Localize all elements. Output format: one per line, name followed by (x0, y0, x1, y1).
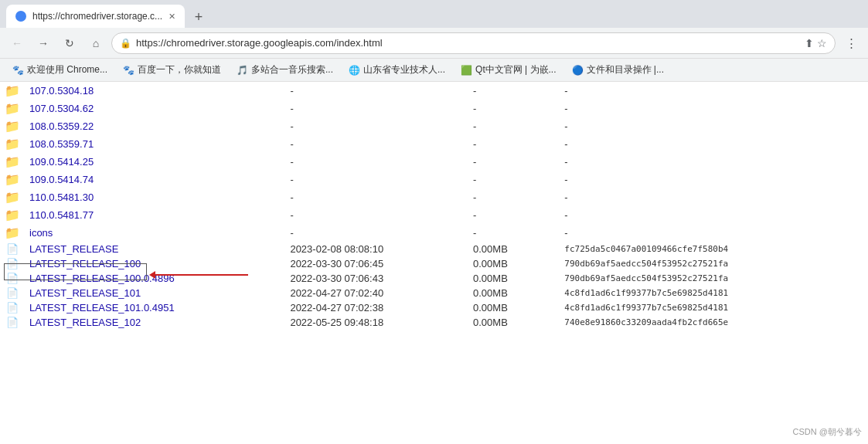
tab-title: https://chromedriver.storage.c... (32, 11, 162, 22)
address-actions: ⬆ ☆ (805, 37, 827, 49)
folder-link[interactable]: 110.0.5481.77 (29, 209, 94, 221)
browser-extra-buttons: ⋮ (840, 32, 862, 54)
dash-cell: - (560, 82, 852, 100)
bookmark-item-qt[interactable]: 🟩 Qt中文官网 | 为嵌... (454, 62, 562, 78)
bookmark-item-shandong[interactable]: 🌐 山东省专业技术人... (342, 62, 451, 78)
empty-cell (853, 171, 868, 188)
home-button[interactable]: ⌂ (85, 32, 107, 54)
dash-cell: - (285, 188, 468, 206)
file-hash-cell: fc725da5c0467a00109466cfe7f580b4 (560, 242, 852, 256)
file-name-cell[interactable]: 110.0.5481.30 (25, 188, 285, 206)
file-name-cell[interactable]: 108.0.5359.71 (25, 135, 285, 153)
folder-link[interactable]: icons (29, 227, 53, 239)
dash-cell: - (560, 135, 852, 153)
table-row: 📁109.0.5414.74--- (0, 171, 868, 188)
bookmark-icon-baidu: 🐾 (123, 65, 134, 76)
file-link[interactable]: LATEST_RELEASE_100 (29, 258, 141, 269)
file-link[interactable]: LATEST_RELEASE_101.0.4951 (29, 302, 175, 314)
folder-link[interactable]: 109.0.5414.74 (29, 174, 94, 185)
table-row: 📁108.0.5359.71--- (0, 135, 868, 153)
folder-link[interactable]: 110.0.5481.30 (29, 191, 94, 203)
bookmark-item-chrome[interactable]: 🐾 欢迎使用 Chrome... (6, 62, 114, 78)
bookmark-item-music[interactable]: 🎵 多站合一音乐搜索... (230, 62, 339, 78)
table-row: 📄LATEST_RELEASE_100.0.48962022-03-30 07:… (0, 271, 868, 286)
file-date-cell: 2022-04-27 07:02:40 (285, 286, 468, 300)
dash-cell: - (560, 117, 852, 135)
dash-cell: - (285, 100, 468, 117)
tab-close-button[interactable]: ✕ (168, 12, 175, 22)
file-name-cell[interactable]: LATEST_RELEASE_100.0.4896 (25, 271, 285, 286)
file-name-cell[interactable]: 107.0.5304.62 (25, 100, 285, 117)
file-date-cell: 2022-04-27 07:02:38 (285, 300, 468, 315)
dash-cell: - (468, 117, 560, 135)
table-row: 📁109.0.5414.25--- (0, 153, 868, 171)
new-tab-button[interactable]: + (188, 6, 209, 28)
file-icon: 📄 (0, 300, 25, 315)
forward-button[interactable]: → (32, 32, 54, 54)
file-name-cell[interactable]: LATEST_RELEASE_101.0.4951 (25, 300, 285, 315)
file-table: 📁107.0.5304.18---📁107.0.5304.62---📁108.0… (0, 82, 868, 330)
bookmark-item-file[interactable]: 🔵 文件和目录操作 |... (566, 62, 670, 78)
file-name-cell[interactable]: 108.0.5359.22 (25, 117, 285, 135)
file-name-cell[interactable]: LATEST_RELEASE_100 (25, 256, 285, 271)
empty-cell (853, 117, 868, 135)
bookmark-star-icon[interactable]: ☆ (817, 37, 827, 49)
file-link[interactable]: LATEST_RELEASE_102 (29, 317, 141, 328)
dash-cell: - (468, 224, 560, 242)
back-button[interactable]: ← (6, 32, 28, 54)
dash-cell: - (468, 82, 560, 100)
reload-button[interactable]: ↻ (59, 32, 80, 54)
file-name-cell[interactable]: 109.0.5414.25 (25, 153, 285, 171)
dash-cell: - (468, 188, 560, 206)
lock-icon: 🔒 (120, 38, 131, 49)
bookmark-label-qt: Qt中文官网 | 为嵌... (475, 63, 556, 76)
dash-cell: - (560, 224, 852, 242)
folder-link[interactable]: 107.0.5304.62 (29, 103, 94, 114)
file-name-cell[interactable]: LATEST_RELEASE_102 (25, 315, 285, 330)
address-box[interactable]: 🔒 https://chromedriver.storage.googleapi… (111, 32, 836, 54)
active-tab[interactable]: https://chromedriver.storage.c... ✕ (6, 5, 185, 28)
file-link[interactable]: LATEST_RELEASE_101 (29, 287, 141, 299)
file-name-cell[interactable]: LATEST_RELEASE_101 (25, 286, 285, 300)
file-date-cell: 2022-03-30 07:06:45 (285, 256, 468, 271)
file-link[interactable]: LATEST_RELEASE_100.0.4896 (29, 273, 175, 284)
file-hash-cell: 790db69af5aedcc504f53952c27521fa (560, 271, 852, 286)
share-icon[interactable]: ⬆ (805, 37, 814, 49)
file-hash-cell: 740e8e91860c33209aada4fb2cfd665e (560, 315, 852, 330)
table-row: 📄LATEST_RELEASE_101.0.49512022-04-27 07:… (0, 300, 868, 315)
folder-link[interactable]: 108.0.5359.22 (29, 120, 94, 132)
bookmark-label-file: 文件和目录操作 |... (587, 63, 664, 76)
folder-icon: 📁 (0, 224, 25, 242)
extensions-button[interactable]: ⋮ (840, 32, 862, 54)
file-name-cell[interactable]: icons (25, 224, 285, 242)
file-name-cell[interactable]: LATEST_RELEASE (25, 242, 285, 256)
bookmark-icon-shandong: 🌐 (349, 65, 360, 76)
file-name-cell[interactable]: 107.0.5304.18 (25, 82, 285, 100)
folder-icon: 📁 (0, 100, 25, 117)
dash-cell: - (560, 171, 852, 188)
table-row: 📄LATEST_RELEASE2023-02-08 08:08:100.00MB… (0, 242, 868, 256)
empty-cell (853, 153, 868, 171)
table-row: 📁110.0.5481.77--- (0, 206, 868, 224)
empty-cell (853, 224, 868, 242)
bookmark-label-baidu: 百度一下，你就知道 (138, 63, 221, 76)
folder-link[interactable]: 107.0.5304.18 (29, 85, 94, 97)
table-row: 📄LATEST_RELEASE_1012022-04-27 07:02:400.… (0, 286, 868, 300)
dash-cell: - (285, 135, 468, 153)
file-size-cell: 0.00MB (468, 242, 560, 256)
folder-icon: 📁 (0, 188, 25, 206)
table-row: 📁107.0.5304.18--- (0, 82, 868, 100)
address-bar-row: ← → ↻ ⌂ 🔒 https://chromedriver.storage.g… (0, 28, 868, 59)
bookmark-label-chrome: 欢迎使用 Chrome... (27, 63, 107, 76)
table-row: 📁icons--- (0, 224, 868, 242)
file-link[interactable]: LATEST_RELEASE (29, 243, 118, 255)
tab-favicon (15, 11, 26, 22)
folder-icon: 📁 (0, 153, 25, 171)
file-name-cell[interactable]: 110.0.5481.77 (25, 206, 285, 224)
folder-link[interactable]: 109.0.5414.25 (29, 156, 94, 168)
file-hash-cell: 4c8fd1ad6c1f99377b7c5e69825d4181 (560, 300, 852, 315)
table-row: 📄LATEST_RELEASE_1002022-03-30 07:06:450.… (0, 256, 868, 271)
folder-link[interactable]: 108.0.5359.71 (29, 138, 94, 150)
file-name-cell[interactable]: 109.0.5414.74 (25, 171, 285, 188)
bookmark-item-baidu[interactable]: 🐾 百度一下，你就知道 (117, 62, 227, 78)
